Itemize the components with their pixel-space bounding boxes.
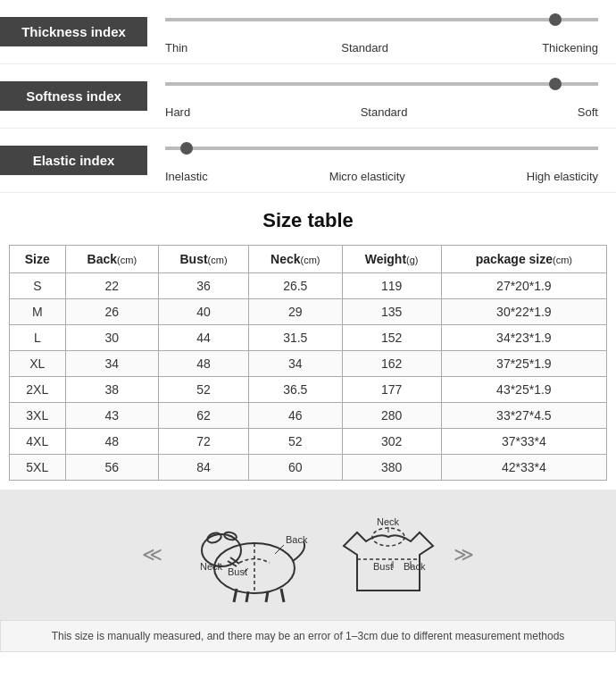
softness-index-row: Softness indexHardStandardSoft <box>0 64 616 129</box>
table-cell: 280 <box>342 403 441 429</box>
thickness-scale-label: Thin <box>165 41 187 54</box>
svg-line-8 <box>266 591 268 602</box>
table-cell: 44 <box>159 325 249 351</box>
svg-text:Back: Back <box>286 534 308 545</box>
table-cell: 4XL <box>10 429 66 455</box>
table-row: 3XL43624628033*27*4.5 <box>10 403 607 429</box>
shirt-diagram: Neck Bust Back <box>339 506 437 604</box>
dog-diagram: Back Bust Neck <box>179 506 321 604</box>
table-row: 2XL385236.517743*25*1.9 <box>10 377 607 403</box>
size-table-header-cell: Back(cm) <box>65 246 159 273</box>
elastic-dot <box>180 142 193 155</box>
table-cell: 22 <box>65 273 159 299</box>
table-cell: 26.5 <box>249 273 343 299</box>
table-cell: 37*25*1.9 <box>441 351 606 377</box>
thickness-index-label: Thickness index <box>0 17 147 46</box>
elastic-scale-label: High elasticity <box>527 170 598 183</box>
table-cell: 43*25*1.9 <box>441 377 606 403</box>
svg-text:Neck: Neck <box>200 561 223 572</box>
table-row: S223626.511927*20*1.9 <box>10 273 607 299</box>
table-cell: 135 <box>342 299 441 325</box>
table-cell: 34 <box>65 351 159 377</box>
table-cell: 36.5 <box>249 377 343 403</box>
table-cell: 34*23*1.9 <box>441 325 606 351</box>
table-cell: XL <box>10 351 66 377</box>
size-table-header-cell: package size(cm) <box>441 246 606 273</box>
table-cell: 56 <box>65 455 159 481</box>
table-row: 5XL56846038042*33*4 <box>10 455 607 481</box>
thickness-bar-wrap: ThinStandardThickening <box>147 9 616 54</box>
table-row: 4XL48725230237*33*4 <box>10 429 607 455</box>
table-cell: 33*27*4.5 <box>441 403 606 429</box>
table-cell: 38 <box>65 377 159 403</box>
elastic-bar-wrap: InelasticMicro elasticityHigh elasticity <box>147 138 616 183</box>
thickness-scale-labels: ThinStandardThickening <box>165 41 598 54</box>
table-cell: 177 <box>342 377 441 403</box>
right-arrow-icon: ≫ <box>446 543 481 566</box>
elastic-scale-label: Inelastic <box>165 170 208 183</box>
softness-dot <box>549 78 562 90</box>
svg-text:Bust: Bust <box>373 561 393 572</box>
size-table-header-cell: Neck(cm) <box>249 246 343 273</box>
table-cell: 46 <box>249 403 343 429</box>
size-table-header-cell: Weight(g) <box>342 246 441 273</box>
table-cell: 30 <box>65 325 159 351</box>
thickness-dot <box>549 13 562 26</box>
diagram-images: Back Bust Neck Neck Bust Back <box>179 506 437 604</box>
table-cell: 48 <box>159 351 249 377</box>
table-cell: 37*33*4 <box>441 429 606 455</box>
table-cell: 34 <box>249 351 343 377</box>
elastic-scale-labels: InelasticMicro elasticityHigh elasticity <box>165 170 598 183</box>
softness-bar-wrap: HardStandardSoft <box>147 73 616 119</box>
table-cell: L <box>10 325 66 351</box>
thickness-index-row: Thickness indexThinStandardThickening <box>0 0 616 64</box>
table-cell: 29 <box>249 299 343 325</box>
table-cell: 31.5 <box>249 325 343 351</box>
table-row: XL34483416237*25*1.9 <box>10 351 607 377</box>
size-table: SizeBack(cm)Bust(cm)Neck(cm)Weight(g)pac… <box>9 245 607 481</box>
table-cell: 62 <box>159 403 249 429</box>
table-row: L304431.515234*23*1.9 <box>10 325 607 351</box>
elastic-scale-label: Micro elasticity <box>329 170 405 183</box>
table-cell: 84 <box>159 455 249 481</box>
thickness-track <box>165 18 598 21</box>
svg-line-7 <box>246 591 248 602</box>
table-cell: 380 <box>342 455 441 481</box>
table-cell: M <box>10 299 66 325</box>
svg-point-4 <box>206 532 222 545</box>
table-cell: 72 <box>159 429 249 455</box>
table-cell: 26 <box>65 299 159 325</box>
table-row: M26402913530*22*1.9 <box>10 299 607 325</box>
table-cell: 60 <box>249 455 343 481</box>
size-table-title: Size table <box>9 209 607 232</box>
table-cell: 2XL <box>10 377 66 403</box>
table-cell: 52 <box>159 377 249 403</box>
table-cell: 52 <box>249 429 343 455</box>
table-cell: 152 <box>342 325 441 351</box>
size-table-header-cell: Size <box>10 246 66 273</box>
diagram-section: ≪ Back Bust Nec <box>0 490 616 620</box>
softness-scale-label: Standard <box>361 105 408 119</box>
left-arrow-icon: ≪ <box>135 543 170 566</box>
table-cell: 5XL <box>10 455 66 481</box>
thickness-scale-label: Standard <box>341 41 388 54</box>
elastic-index-label: Elastic index <box>0 146 147 175</box>
softness-track <box>165 82 598 86</box>
thickness-scale-label: Thickening <box>542 41 598 54</box>
svg-line-9 <box>281 589 284 602</box>
table-cell: 48 <box>65 429 159 455</box>
svg-text:Neck: Neck <box>377 516 400 527</box>
table-cell: 3XL <box>10 403 66 429</box>
softness-index-label: Softness index <box>0 81 147 111</box>
table-cell: 42*33*4 <box>441 455 606 481</box>
table-cell: 43 <box>65 403 159 429</box>
table-cell: 27*20*1.9 <box>441 273 606 299</box>
table-cell: 162 <box>342 351 441 377</box>
elastic-track <box>165 147 598 150</box>
table-cell: 40 <box>159 299 249 325</box>
size-table-header-cell: Bust(cm) <box>159 246 249 273</box>
table-cell: 119 <box>342 273 441 299</box>
size-table-section: Size table SizeBack(cm)Bust(cm)Neck(cm)W… <box>0 193 616 490</box>
softness-scale-label: Hard <box>165 105 190 119</box>
table-cell: 30*22*1.9 <box>441 299 606 325</box>
